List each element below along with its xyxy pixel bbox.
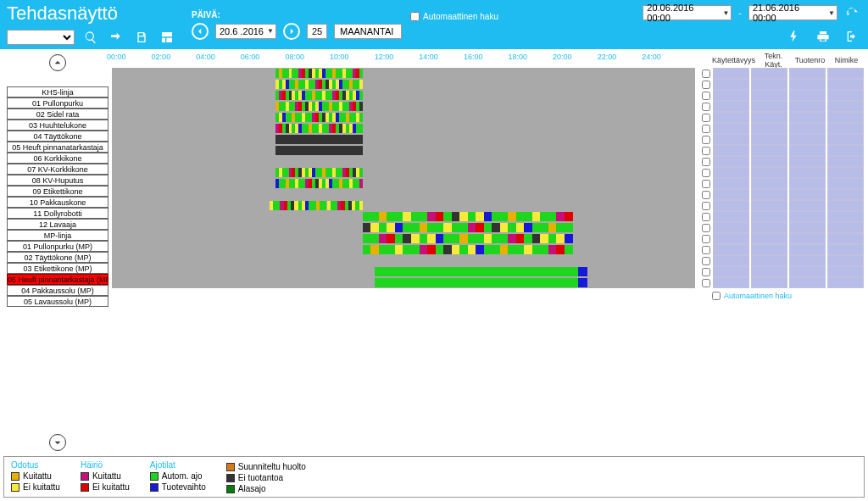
bar-segment xyxy=(468,245,476,254)
machine-item[interactable]: 05 Heuft pinnantarkastaja (MP) xyxy=(7,274,108,285)
exit-icon[interactable] xyxy=(843,27,861,46)
row-checkbox[interactable] xyxy=(700,211,712,222)
day-name-box: MAANANTAI xyxy=(334,24,402,39)
timeline-row[interactable] xyxy=(112,145,695,156)
row-checkbox[interactable] xyxy=(700,101,712,112)
timeline-row[interactable] xyxy=(112,68,695,79)
timeline-row[interactable] xyxy=(112,200,695,211)
row-checkbox[interactable] xyxy=(700,156,712,167)
machine-item[interactable]: 02 Sidel rata xyxy=(7,109,108,120)
main-select[interactable] xyxy=(7,30,75,45)
row-checkbox[interactable] xyxy=(700,178,712,189)
timeline-row[interactable] xyxy=(112,123,695,134)
row-checkbox[interactable] xyxy=(700,134,712,145)
row-checkbox[interactable] xyxy=(700,167,712,178)
next-day-button[interactable] xyxy=(283,23,300,40)
row-checkbox[interactable] xyxy=(700,145,712,156)
timeline-row[interactable] xyxy=(112,244,695,255)
auto-search-footer[interactable]: Automaattinen haku xyxy=(700,292,865,300)
scroll-up-button[interactable] xyxy=(49,54,66,71)
timeline-row[interactable] xyxy=(112,167,695,178)
machine-item[interactable]: 04 Täyttökone xyxy=(7,131,108,142)
machine-item[interactable]: 04 Pakkaussolu (MP) xyxy=(7,285,108,296)
row-checkbox[interactable] xyxy=(700,189,712,200)
machine-item[interactable]: 01 Pullonpurku xyxy=(7,97,108,109)
legend-swatch xyxy=(81,483,89,492)
bar-segment xyxy=(459,212,468,221)
timeline-row[interactable] xyxy=(112,112,695,123)
timeline-row[interactable] xyxy=(112,79,695,90)
row-checkbox[interactable] xyxy=(700,244,712,255)
timeline-row[interactable] xyxy=(112,101,695,112)
tech-availability-cell xyxy=(751,167,787,178)
timeline: 00:0002:0004:0006:0008:0010:0012:0014:00… xyxy=(112,53,695,453)
machine-item[interactable]: 07 KV-Korkkikone xyxy=(7,164,108,175)
machine-item[interactable]: KHS-linja xyxy=(7,86,108,97)
print-icon[interactable] xyxy=(814,27,832,46)
row-checkbox[interactable] xyxy=(700,233,712,244)
timeline-row[interactable] xyxy=(112,222,695,233)
timeline-row[interactable] xyxy=(112,277,695,288)
refresh-icon[interactable] xyxy=(843,3,861,22)
bar-segment xyxy=(411,223,420,232)
machine-item[interactable]: 09 Etikettikone xyxy=(7,186,108,197)
bar-segment xyxy=(524,212,532,221)
timeline-row[interactable] xyxy=(112,233,695,244)
week-input[interactable] xyxy=(307,24,327,39)
timeline-row[interactable] xyxy=(112,156,695,167)
machine-item[interactable]: 05 Lavaussolu (MP) xyxy=(7,296,108,307)
row-checkbox[interactable] xyxy=(700,112,712,123)
timeline-row[interactable] xyxy=(112,134,695,145)
bar-segment xyxy=(565,234,573,243)
tech-availability-cell xyxy=(751,277,787,288)
row-checkbox[interactable] xyxy=(700,68,712,79)
machine-item[interactable]: 11 Dollyrobotti xyxy=(7,208,108,219)
row-checkbox[interactable] xyxy=(700,255,712,266)
machine-item[interactable]: 01 Pullonpurku (MP) xyxy=(7,241,108,252)
timeline-row[interactable] xyxy=(112,189,695,200)
bar-segment xyxy=(359,113,363,122)
bar-segment xyxy=(387,212,395,221)
bolt-icon[interactable] xyxy=(785,27,804,46)
prev-day-button[interactable] xyxy=(192,23,209,40)
legend-swatch xyxy=(226,485,235,493)
row-checkbox[interactable] xyxy=(700,200,712,211)
legend-item: Ei kuitattu xyxy=(81,482,130,492)
product-number-cell xyxy=(789,123,826,134)
auto-search-checkbox[interactable]: Automaattinen haku xyxy=(410,12,498,21)
row-checkbox[interactable] xyxy=(700,277,712,288)
machine-item[interactable]: 10 Pakkauskone xyxy=(7,197,108,208)
scroll-down-button[interactable] xyxy=(49,434,66,451)
row-checkbox[interactable] xyxy=(700,123,712,134)
search-icon[interactable] xyxy=(81,28,100,47)
layout-icon[interactable] xyxy=(158,28,176,47)
machine-item[interactable]: 03 Etikettikone (MP) xyxy=(7,263,108,274)
bar-segment xyxy=(516,212,525,221)
row-checkbox[interactable] xyxy=(700,222,712,233)
row-checkbox[interactable] xyxy=(700,266,712,277)
machine-item[interactable]: MP-linja xyxy=(7,230,108,241)
timeline-row[interactable] xyxy=(112,266,695,277)
save-icon[interactable] xyxy=(132,28,151,47)
date-to-select[interactable]: 21.06.2016 00:00 xyxy=(748,5,837,20)
bar-segment xyxy=(492,212,500,221)
bar-segment xyxy=(359,102,363,111)
machine-item[interactable]: 06 Korkkikone xyxy=(7,153,108,164)
name-cell xyxy=(827,178,864,189)
machine-item[interactable]: 05 Heuft pinnanatarkastaja xyxy=(7,142,108,153)
timeline-row[interactable] xyxy=(112,90,695,101)
person-icon[interactable] xyxy=(107,28,125,47)
machine-item[interactable]: 02 Täyttökone (MP) xyxy=(7,252,108,263)
timeline-row[interactable] xyxy=(112,211,695,222)
timeline-row[interactable] xyxy=(112,255,695,266)
machine-item[interactable]: 08 KV-Huputus xyxy=(7,175,108,186)
row-checkbox[interactable] xyxy=(700,90,712,101)
data-row xyxy=(700,101,865,112)
machine-item[interactable]: 03 Huuhtelukone xyxy=(7,120,108,131)
date-from-select[interactable]: 20.06.2016 00:00 xyxy=(643,5,732,20)
timeline-row[interactable] xyxy=(112,178,695,189)
date-select[interactable]: 20.6 .2016 xyxy=(215,24,276,39)
machine-item[interactable]: 12 Lavaaja xyxy=(7,219,108,230)
name-cell xyxy=(827,68,864,79)
row-checkbox[interactable] xyxy=(700,79,712,90)
